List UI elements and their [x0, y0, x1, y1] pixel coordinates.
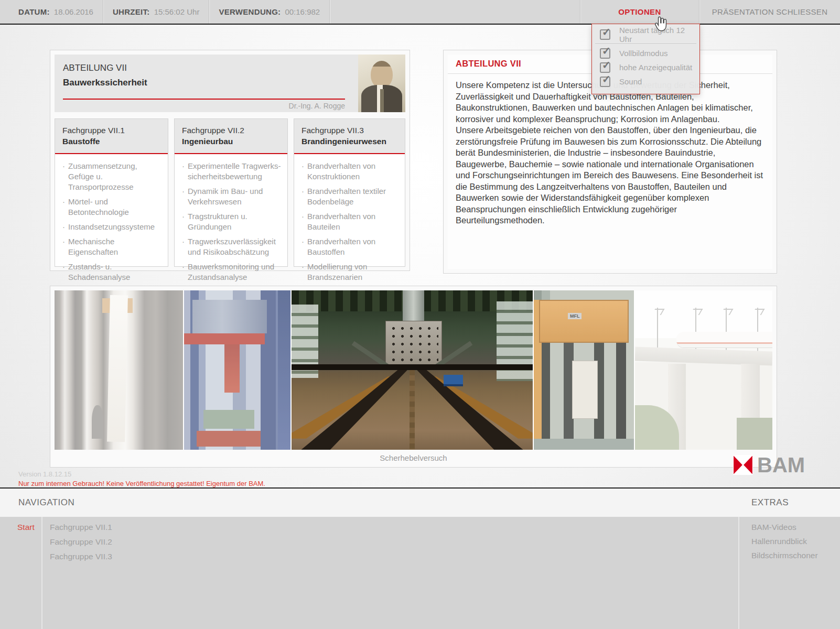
group-header: Fachgruppe VII.1 Baustoffe: [55, 119, 168, 154]
group-number: Fachgruppe VII.3: [301, 125, 397, 136]
group-topic: Instandsetzungssysteme: [62, 222, 163, 232]
menu-item-label: hohe Anzeigequalität: [619, 63, 692, 72]
bam-logo: BAM: [733, 455, 805, 475]
group-topic: Mechanische Eigenschaften: [62, 236, 163, 257]
group-topic: Mörtel- und Betontechnologie: [62, 197, 163, 218]
group-topic: Bauwerksmonitoring und Zustandsanalyse: [182, 262, 282, 283]
photo-lab-column-test: [55, 290, 183, 450]
group-number: Fachgruppe VII.2: [182, 125, 280, 136]
group-topic: Brandverhalten textiler Bodenbeläge: [301, 186, 400, 207]
description-paragraph: Unsere Arbeitsgebiete reichen von den Ba…: [456, 125, 767, 226]
nav-divider-left: [41, 517, 42, 629]
menu-item-label: Vollbildmodus: [619, 49, 668, 58]
menu-item-sound[interactable]: Sound: [592, 74, 699, 89]
group-box-vii1: Fachgruppe VII.1 Baustoffe Zusammensetzu…: [55, 118, 168, 267]
group-topic: Tragstrukturen u. Gründungen: [182, 211, 282, 232]
group-topic: Brandverhalten von Baustoffen: [301, 236, 400, 257]
group-name: Baustoffe: [62, 136, 160, 147]
nav-header-bar: NAVIGATION EXTRAS: [0, 487, 840, 518]
time-label: UHRZEIT:: [113, 7, 150, 16]
group-topic: Dynamik im Bau- und Verkehrswesen: [182, 186, 282, 207]
photo-strip: MFL: [55, 290, 772, 450]
group-topic: Brandverhalten von Konstruktionen: [301, 161, 400, 182]
bam-logo-icon: [733, 455, 753, 475]
nav-divider-right: [738, 517, 739, 629]
date-label: DATUM:: [18, 7, 50, 16]
top-bar: DATUM: 18.06.2016 UHRZEIT: 15:56:02 Uhr …: [0, 0, 840, 25]
group-number: Fachgruppe VII.1: [62, 125, 160, 136]
group-boxes: Fachgruppe VII.1 Baustoffe Zusammensetzu…: [50, 118, 410, 268]
bam-logo-text: BAM: [757, 455, 805, 475]
group-header: Fachgruppe VII.3 Brandingenieurwesen: [294, 119, 405, 154]
presentation-stage: DATUM: 18.06.2016 UHRZEIT: 15:56:02 Uhr …: [0, 0, 840, 629]
description-text: Unsere Kompetenz ist die Untersuchung un…: [456, 80, 767, 226]
group-topic-list: Brandverhalten von Konstruktionen Brandv…: [294, 154, 405, 283]
photo-gallery-panel: MFL Scherhebelversuch: [50, 286, 777, 468]
group-topic: Tragwerkszuverlässigkeit und Risikoabsch…: [182, 236, 282, 257]
group-topic-list: Zusammensetzung, Gefüge u. Transportproz…: [55, 154, 168, 308]
navigation-title: NAVIGATION: [18, 497, 74, 508]
checkbox-checked-icon[interactable]: [600, 77, 610, 87]
group-topic: Modellierung von Brandszenarien: [301, 262, 400, 283]
extras-item-bildschirmschoner[interactable]: Bildschirmschoner: [751, 551, 818, 560]
date-value: 18.06.2016: [54, 7, 93, 16]
group-box-vii2: Fachgruppe VII.2 Ingenieurbau Experiment…: [174, 118, 288, 267]
options-menu: Neustart täglich 12 Uhr Vollbildmodus ho…: [591, 24, 700, 94]
topbar-spacer: [330, 0, 580, 24]
usage-cell: VERWENDUNG: 00:16:982: [209, 0, 330, 24]
nav-area: Start Fachgruppe VII.1 Fachgruppe VII.2 …: [0, 517, 840, 629]
group-topic: Experimentelle Tragwerks-sicherheitsbewe…: [182, 161, 282, 182]
group-topic: Zusammensetzung, Gefüge u. Transportproz…: [62, 161, 163, 192]
close-presentation-button[interactable]: PRÄSENTATION SCHLIESSEN: [699, 0, 840, 24]
department-subtitle: Bauwerkssicherheit: [63, 78, 147, 88]
nav-item-fachgruppe-vii1[interactable]: Fachgruppe VII.1: [50, 523, 112, 532]
usage-value: 00:16:982: [285, 7, 320, 16]
extras-title: EXTRAS: [751, 497, 789, 508]
department-header: ABTEILUNG VII Bauwerkssicherheit Dr.-Ing…: [55, 55, 405, 112]
usage-label: VERWENDUNG:: [219, 7, 281, 16]
options-button[interactable]: OPTIONEN: [580, 0, 699, 24]
department-card: ABTEILUNG VII Bauwerkssicherheit Dr.-Ing…: [50, 50, 410, 271]
red-divider: [63, 99, 345, 100]
internal-use-disclaimer: Nur zum internen Gebrauch! Keine Veröffe…: [18, 480, 265, 487]
group-topic-list: Experimentelle Tragwerks-sicherheitsbewe…: [175, 154, 287, 283]
menu-item-restart[interactable]: Neustart täglich 12 Uhr: [592, 27, 699, 41]
photo-shear-lever-test-hall: [290, 290, 533, 450]
version-text: Version 1.8.12.15: [18, 470, 71, 478]
photo-hydraulic-test-machine: [183, 290, 290, 450]
checkbox-checked-icon[interactable]: [600, 29, 610, 40]
time-value: 15:56:02 Uhr: [154, 7, 200, 16]
photo-ice-train-bridge: [634, 290, 772, 450]
group-name: Brandingenieurwesen: [301, 136, 397, 147]
checkbox-checked-icon[interactable]: [600, 62, 610, 73]
group-topic: Zustands- u. Schadensanalyse: [62, 262, 163, 283]
nav-item-fachgruppe-vii3[interactable]: Fachgruppe VII.3: [50, 552, 112, 561]
group-header: Fachgruppe VII.2 Ingenieurbau: [175, 119, 287, 154]
date-cell: DATUM: 18.06.2016: [0, 0, 103, 24]
extras-item-bam-videos[interactable]: BAM-Videos: [751, 523, 796, 532]
group-topic: Brandverhalten von Bauteilen: [301, 211, 400, 232]
gallery-caption: Scherhebelversuch: [50, 453, 777, 462]
time-cell: UHRZEIT: 15:56:02 Uhr: [103, 0, 209, 24]
description-title: ABTEILUNG VII: [456, 59, 521, 69]
menu-item-label: Neustart täglich 12 Uhr: [619, 26, 699, 44]
menu-item-label: Sound: [619, 77, 642, 86]
checkbox-checked-icon[interactable]: [600, 48, 610, 59]
department-title: ABTEILUNG VII: [63, 63, 127, 73]
extras-item-hallenrundblick[interactable]: Hallenrundblick: [751, 537, 807, 546]
department-head-name: Dr.-Ing. A. Rogge: [63, 102, 345, 110]
nav-item-fachgruppe-vii2[interactable]: Fachgruppe VII.2: [50, 537, 112, 547]
portrait-photo: [358, 55, 405, 112]
photo-mfl-press: MFL: [533, 290, 634, 450]
group-box-vii3: Fachgruppe VII.3 Brandingenieurwesen Bra…: [294, 118, 405, 267]
group-name: Ingenieurbau: [182, 136, 280, 147]
nav-item-start[interactable]: Start: [17, 523, 35, 532]
